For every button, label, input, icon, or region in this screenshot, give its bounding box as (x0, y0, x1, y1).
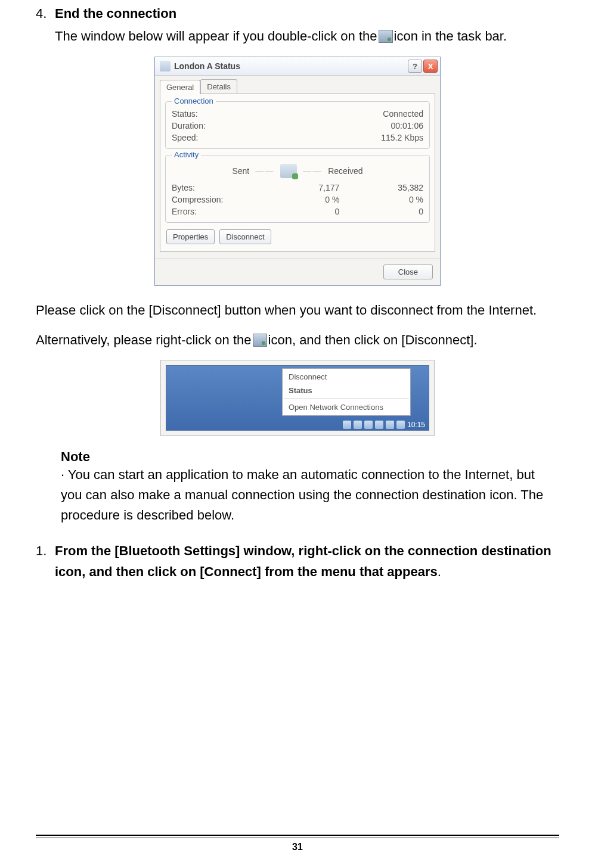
tray-icon-1 (343, 421, 351, 429)
tray-clock: 10:15 (407, 421, 425, 429)
alternative-instruction: Alternatively, please right-click on the… (36, 330, 559, 350)
step-4-number: 4. (36, 6, 55, 21)
taskbar-screenshot: Disconnect Status Open Network Connectio… (160, 360, 435, 436)
tab-details[interactable]: Details (200, 79, 237, 94)
menu-separator (284, 399, 409, 399)
compression-sent: 0 % (256, 195, 340, 204)
duration-label: Duration: (172, 121, 206, 130)
connection-group: Connection Status:Connected Duration:00:… (165, 101, 430, 149)
compression-recv: 0 % (339, 195, 423, 204)
disconnect-button[interactable]: Disconnect (219, 229, 271, 244)
connection-legend: Connection (172, 97, 216, 105)
alt-text-pre: Alternatively, please right-click on the (36, 330, 252, 350)
speed-label: Speed: (172, 133, 198, 142)
help-button[interactable]: ? (408, 60, 422, 73)
activity-dash-right: —— (303, 166, 322, 176)
activity-icon (280, 164, 297, 178)
step-4-description: The window below will appear if you doub… (55, 26, 559, 46)
tray-icon-2 (354, 421, 362, 429)
disconnect-instruction: Please click on the [Disconnect] button … (36, 300, 559, 321)
context-menu: Disconnect Status Open Network Connectio… (282, 368, 411, 416)
speed-value: 115.2 Kbps (381, 133, 423, 142)
system-tray: 10:15 (343, 421, 425, 429)
tray-icon-4 (375, 421, 383, 429)
step-4-text-pre: The window below will appear if you doub… (55, 26, 377, 46)
step-1b-number: 1. (36, 543, 55, 559)
errors-label: Errors: (172, 207, 256, 216)
errors-recv: 0 (339, 207, 423, 216)
status-label: Status: (172, 109, 198, 119)
bytes-recv: 35,382 (339, 183, 423, 192)
tray-icon-5 (386, 421, 394, 429)
menu-disconnect[interactable]: Disconnect (284, 370, 409, 384)
activity-legend: Activity (172, 150, 201, 159)
bytes-label: Bytes: (172, 183, 256, 192)
tray-icon-6 (396, 421, 405, 429)
close-button[interactable]: Close (383, 265, 433, 279)
step-1b: 1. From the [Bluetooth Settings] window,… (36, 541, 559, 581)
received-label: Received (328, 166, 362, 176)
status-value: Connected (383, 109, 423, 119)
errors-sent: 0 (256, 207, 340, 216)
dialog-title-icon (160, 61, 171, 71)
step-1b-dot: . (438, 564, 441, 579)
note-heading: Note (61, 449, 559, 465)
alt-text-post: icon, and then click on [Disconnect]. (268, 330, 478, 350)
dialog-title: London A Status (174, 61, 240, 71)
activity-group: Activity Sent —— —— Received Bytes:7,177… (165, 155, 430, 223)
tray-icon-3 (364, 421, 373, 429)
step-4-heading: 4. End the connection (36, 6, 559, 21)
dialog-titlebar: London A Status ? X (155, 57, 440, 76)
tab-general[interactable]: General (160, 80, 200, 94)
network-tray-icon-2 (253, 334, 267, 347)
page-footer-rule (36, 835, 559, 838)
menu-open-network[interactable]: Open Network Connections (284, 400, 409, 414)
note-text: You can start an application to make an … (61, 467, 543, 522)
menu-status[interactable]: Status (284, 384, 409, 397)
window-close-button[interactable]: X (423, 60, 438, 73)
step-1b-text: From the [Bluetooth Settings] window, ri… (55, 543, 551, 578)
activity-dash-left: —— (255, 166, 274, 176)
page-number: 31 (0, 842, 595, 853)
properties-button[interactable]: Properties (166, 229, 215, 244)
note-body: · You can start an application to make a… (61, 465, 559, 525)
step-4-title: End the connection (55, 6, 176, 21)
network-tray-icon (379, 30, 393, 43)
step-4-text-post: icon in the task bar. (394, 26, 507, 46)
bytes-sent: 7,177 (256, 183, 340, 192)
duration-value: 00:01:06 (391, 121, 424, 130)
sent-label: Sent (232, 166, 249, 176)
status-dialog: London A Status ? X General Details Conn… (154, 57, 441, 286)
compression-label: Compression: (172, 195, 256, 204)
